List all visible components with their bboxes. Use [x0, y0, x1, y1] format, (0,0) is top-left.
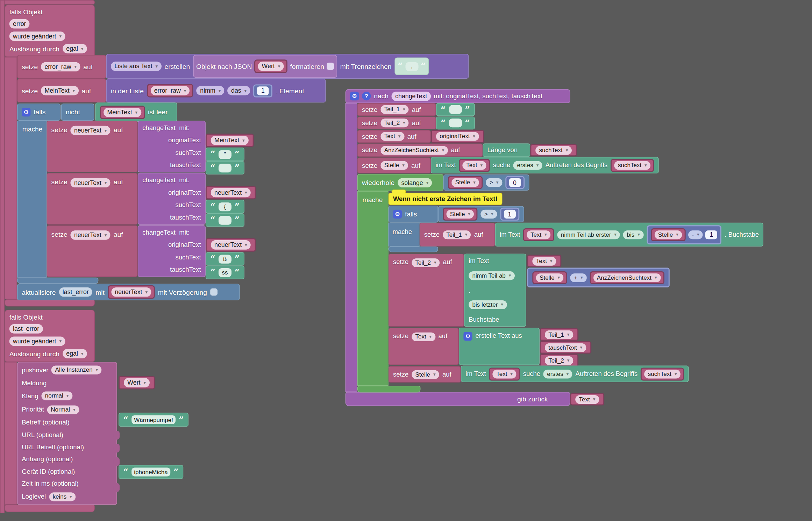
var-block-stelle3[interactable]: Stelle: [651, 228, 686, 241]
update-state-block[interactable]: aktualisiere last_error mit neuerText mi…: [17, 284, 240, 300]
var-block-suchtext[interactable]: suchText: [530, 144, 577, 157]
tausch1-field[interactable]: [219, 216, 232, 224]
var-block-stelle2[interactable]: Stelle: [443, 208, 478, 221]
trigger1-trigger-dropdown[interactable]: egal: [63, 44, 87, 53]
text-block-empty1[interactable]: [436, 103, 475, 116]
var-dropdown-suchtext2[interactable]: suchText: [614, 161, 651, 170]
nimm-dropdown[interactable]: nimm: [197, 86, 225, 95]
var-dropdown-original0[interactable]: MeinText: [211, 136, 248, 145]
var-dropdown-text4[interactable]: Text: [532, 257, 556, 265]
var-block-neuertext[interactable]: neuerText: [108, 285, 155, 299]
compare-op-dropdown[interactable]: >: [486, 178, 502, 187]
such2-field[interactable]: ß: [219, 255, 232, 263]
geraet-field[interactable]: iphoneMicha: [131, 468, 170, 476]
loop-spine[interactable]: [357, 191, 389, 386]
changetext-call-block[interactable]: changeText mit: originalText suchText ta…: [138, 173, 206, 225]
trigger2-event-dropdown[interactable]: wurde geändert: [9, 337, 65, 346]
set-teil1-empty-block[interactable]: setzeTeil_1auf: [357, 103, 436, 116]
index-field[interactable]: 1: [257, 86, 269, 95]
tausch2-field[interactable]: ss: [219, 268, 232, 277]
var-block-anz[interactable]: AnzZeichenSuchtext: [590, 271, 664, 284]
var-block-originaltext[interactable]: originalText: [431, 130, 484, 143]
mutator-gear-icon[interactable]: [393, 210, 402, 219]
solange-dropdown[interactable]: solange: [398, 178, 432, 187]
set-neuertext-block[interactable]: setze neuerText auf: [47, 173, 138, 225]
number-block-zero[interactable]: 0: [505, 176, 525, 189]
var-dropdown-join3[interactable]: Teil_2: [545, 356, 573, 365]
text-block-such2[interactable]: ß: [206, 252, 244, 266]
bis-letzter-dropdown[interactable]: bis letzter: [469, 300, 507, 309]
nicht-block[interactable]: nicht: [61, 104, 94, 121]
var-block-return[interactable]: Text: [570, 393, 604, 406]
update-oid-field[interactable]: last_error: [59, 287, 92, 297]
set-stelle2-block[interactable]: setzeStelleauf: [389, 366, 461, 383]
text-block-empty2[interactable]: [436, 116, 475, 129]
text-block-such0[interactable]: ": [206, 148, 244, 161]
var-dropdown-anz2[interactable]: AnzZeichenSuchtext: [593, 273, 661, 282]
var-dropdown-wert[interactable]: Wert: [258, 62, 284, 71]
trigger1-spine[interactable]: [5, 57, 17, 299]
trigger2-bottom[interactable]: [5, 504, 95, 512]
comment-block[interactable]: Wenn nicht erste Zeichen im Text!: [389, 193, 502, 205]
separator-text-block[interactable]: ,: [394, 57, 429, 75]
help-icon[interactable]: [362, 92, 371, 100]
falls1-block[interactable]: falls: [17, 104, 60, 121]
var-dropdown-text3[interactable]: Text: [527, 230, 551, 239]
set-meintext-block[interactable]: setze MeinText auf: [17, 79, 106, 102]
function-return-bar[interactable]: gib zurück: [346, 392, 570, 406]
var-dropdown-neuertext2[interactable]: neuerText: [111, 287, 151, 297]
mutator-gear-icon[interactable]: [463, 332, 472, 341]
blockly-workspace[interactable]: falls Objekt error wurde geändert Auslös…: [0, 0, 812, 521]
falls2-bottom[interactable]: [389, 247, 438, 252]
var-dropdown-originaltext[interactable]: originalText: [436, 132, 479, 141]
set-neuertext-block[interactable]: setze neuerText auf: [47, 121, 138, 172]
var-dropdown-teil2[interactable]: Teil_2: [380, 119, 409, 127]
delay-checkbox[interactable]: [210, 288, 218, 296]
number-block-one[interactable]: 1: [500, 208, 519, 221]
text-block-geraet[interactable]: iphoneMicha: [119, 465, 183, 479]
text-join-block[interactable]: erstelle Text aus: [459, 328, 540, 365]
bis-dropdown[interactable]: bis: [623, 230, 643, 239]
trigger2-trigger-dropdown[interactable]: egal: [63, 349, 87, 358]
compare-op-dropdown[interactable]: >: [481, 210, 497, 219]
instance-dropdown[interactable]: Alle Instanzen: [51, 365, 101, 374]
nimm-teil-ab-erster-dropdown[interactable]: nimm Teil ab erster: [557, 230, 620, 239]
klang-dropdown[interactable]: normal: [41, 392, 72, 400]
var-dropdown-stelle6[interactable]: Stelle: [412, 370, 439, 379]
text-block-tausch2[interactable]: ss: [206, 266, 244, 279]
substring-block-1[interactable]: im Text Text nimm Teil ab erster bis Ste…: [495, 223, 764, 247]
such1-field[interactable]: {: [219, 202, 232, 211]
function-name-field[interactable]: changeText: [392, 91, 431, 101]
var-dropdown-original1[interactable]: neuerText: [211, 188, 251, 198]
list-create-block[interactable]: Liste aus Text erstellen Objekt nach JSO…: [106, 54, 469, 79]
empty-field[interactable]: [449, 105, 462, 114]
text-block-tausch0[interactable]: [206, 161, 244, 175]
das-dropdown[interactable]: das: [228, 86, 250, 95]
falls2-block[interactable]: falls: [389, 206, 438, 223]
set-teil1-sub-block[interactable]: setzeTeil_1auf: [419, 223, 495, 247]
var-dropdown-teil2b[interactable]: Teil_2: [412, 258, 440, 267]
number-block-index[interactable]: 1: [254, 84, 273, 97]
compare-block-stelle-1[interactable]: Stelle > 1: [438, 206, 524, 222]
var-block-stelle4[interactable]: Stelle: [532, 271, 567, 284]
var-block-error-raw[interactable]: error_raw: [147, 84, 193, 98]
var-block-join3[interactable]: Teil_2: [540, 354, 578, 367]
var-dropdown-anz[interactable]: AnzZeichenSuchtext: [380, 146, 448, 155]
trigger1-oid-field[interactable]: error: [9, 19, 30, 29]
one-field[interactable]: 1: [706, 230, 718, 239]
var-dropdown-wert2[interactable]: Wert: [124, 378, 150, 387]
arithmetic-block-plus[interactable]: Stelle + AnzZeichenSuchtext: [527, 268, 670, 287]
var-dropdown-suchtext[interactable]: suchText: [535, 146, 572, 155]
var-dropdown-join1[interactable]: Teil_1: [545, 330, 573, 339]
trigger1-block[interactable]: falls Objekt error wurde geändert Auslös…: [5, 5, 95, 57]
var-dropdown-text6[interactable]: Text: [493, 370, 517, 378]
trigger2-spine[interactable]: [5, 362, 17, 505]
mutator-gear-icon[interactable]: [22, 108, 30, 116]
var-dropdown-teil1[interactable]: Teil_1: [380, 105, 409, 114]
var-dropdown-neuertext[interactable]: neuerText: [71, 230, 111, 240]
set-stelle-block[interactable]: setzeStelleauf: [357, 157, 431, 173]
text-block-tausch1[interactable]: [206, 213, 244, 227]
arithmetic-block-minus[interactable]: Stelle - 1: [647, 225, 721, 244]
one-field[interactable]: 1: [504, 210, 515, 219]
trigger1-bottom[interactable]: [5, 299, 95, 307]
